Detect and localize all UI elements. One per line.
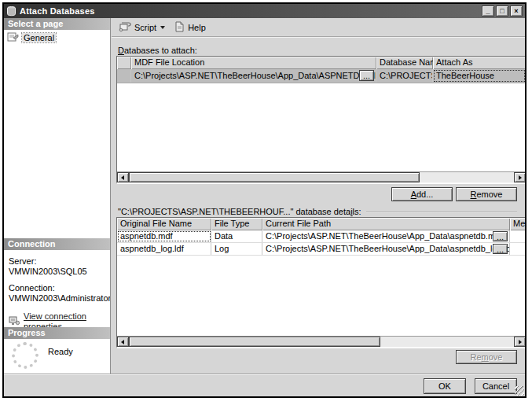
- progress-spinner-icon: [12, 342, 39, 369]
- right-arrow-icon: [519, 175, 522, 180]
- left-arrow-icon: [121, 175, 124, 180]
- table-row[interactable]: aspnetdb_log.ldf Log C:\Projects\ASP.NET…: [117, 243, 526, 256]
- connection-value: VMWIN2003\Administrator: [9, 293, 105, 304]
- column-header-database-name[interactable]: Database Name: [376, 57, 433, 69]
- cancel-button[interactable]: Cancel: [475, 378, 517, 394]
- connection-header: Connection: [4, 238, 110, 250]
- script-icon: [119, 21, 131, 34]
- h-scrollbar[interactable]: [117, 171, 526, 182]
- database-details-grid: Original File Name File Type Current Fil…: [116, 217, 526, 348]
- database-details-label: "C:\PROJECTS\ASP.NET\THEBEERHOUF..." dat…: [118, 207, 361, 216]
- scroll-right-button[interactable]: [514, 172, 526, 182]
- scrollbar-track[interactable]: [380, 337, 514, 347]
- connection-label: Connection:: [9, 283, 105, 293]
- script-button[interactable]: Script: [116, 20, 168, 35]
- h-scrollbar[interactable]: [117, 336, 526, 347]
- column-header-attach-as[interactable]: Attach As: [433, 57, 526, 69]
- cell-database-name[interactable]: C:\PROJECTS...: [376, 69, 433, 83]
- cell-current-file-path[interactable]: C:\Projects\ASP.NET\TheBeerHouse\App_Dat…: [262, 243, 510, 255]
- browse-button[interactable]: ...: [493, 231, 508, 241]
- ok-button[interactable]: OK: [424, 378, 466, 394]
- column-header-file-type[interactable]: File Type: [211, 218, 262, 230]
- separator-line: [366, 212, 517, 213]
- cell-message[interactable]: [510, 230, 526, 242]
- browse-button[interactable]: ...: [493, 244, 508, 254]
- general-page-icon: [7, 32, 19, 43]
- column-header-original-file-name[interactable]: Original File Name: [117, 218, 211, 230]
- scrollbar-track[interactable]: [420, 172, 514, 182]
- table-row[interactable]: aspnetdb.mdf Data C:\Projects\ASP.NET\Th…: [117, 230, 526, 243]
- cell-file-type[interactable]: Data: [211, 230, 262, 242]
- sidebar-item-general[interactable]: General: [4, 30, 110, 43]
- grid-empty-area: [117, 83, 526, 171]
- main-panel: Script Help Databases to attach:: [112, 18, 525, 374]
- scroll-left-button[interactable]: [117, 337, 129, 347]
- table-row[interactable]: C:\Projects\ASP.NET\TheBeerHouse\App_Dat…: [117, 69, 526, 83]
- progress-status: Ready: [48, 347, 73, 356]
- grid-empty-area: [117, 256, 526, 336]
- left-arrow-icon: [121, 340, 124, 344]
- scrollbar-thumb[interactable]: [129, 337, 380, 347]
- add-button[interactable]: Add...: [391, 187, 453, 201]
- cell-current-file-path[interactable]: C:\Projects\ASP.NET\TheBeerHouse\App_Dat…: [262, 230, 510, 242]
- grid-header-row: Original File Name File Type Current Fil…: [117, 218, 526, 230]
- grid-header-row: MDF File Location Database Name Attach A…: [117, 57, 526, 69]
- select-a-page-header: Select a page: [4, 18, 110, 30]
- scroll-left-button[interactable]: [117, 172, 129, 182]
- remove-details-button: Remove: [456, 350, 517, 364]
- minimize-button[interactable]: _: [482, 6, 494, 17]
- footer: OK Cancel: [4, 374, 525, 396]
- chevron-down-icon: [160, 26, 165, 29]
- databases-to-attach-grid: MDF File Location Database Name Attach A…: [116, 56, 526, 183]
- cell-message[interactable]: [510, 243, 526, 255]
- help-button[interactable]: Help: [171, 20, 209, 35]
- cell-file-type[interactable]: Log: [211, 243, 262, 255]
- attach-databases-dialog: Attach Databases _ □ × Select a page Gen…: [2, 2, 526, 398]
- progress-header: Progress: [4, 327, 110, 339]
- title-bar[interactable]: Attach Databases _ □ ×: [4, 4, 525, 18]
- cell-original-file-name[interactable]: aspnetdb_log.ldf: [117, 243, 211, 255]
- scrollbar-thumb[interactable]: [129, 172, 420, 182]
- sidebar-item-label: General: [22, 33, 56, 42]
- window-title: Attach Databases: [20, 6, 480, 16]
- databases-to-attach-label: Databases to attach:: [118, 46, 197, 55]
- close-button[interactable]: ×: [510, 6, 523, 17]
- server-label: Server:: [9, 256, 105, 267]
- database-icon: [6, 6, 17, 17]
- cell-mdf-file-location[interactable]: C:\Projects\ASP.NET\TheBeerHouse\App_Dat…: [131, 69, 376, 83]
- column-header-mdf-file-location[interactable]: MDF File Location: [131, 57, 376, 69]
- row-indicator-cell: [117, 69, 131, 83]
- column-header-current-file-path[interactable]: Current File Path: [262, 218, 510, 230]
- resize-grip[interactable]: [515, 386, 524, 396]
- progress-pane: Ready: [4, 339, 110, 377]
- right-arrow-icon: [519, 340, 522, 344]
- view-connection-properties-link[interactable]: View connection properties: [24, 311, 105, 327]
- cell-original-file-name[interactable]: aspnetdb.mdf: [117, 230, 211, 242]
- help-icon: [174, 21, 185, 34]
- scroll-right-button[interactable]: [514, 337, 526, 347]
- sidebar: Select a page General Connection Server:…: [4, 18, 111, 374]
- script-label: Script: [134, 23, 156, 32]
- cell-attach-as[interactable]: TheBeerHouse: [433, 69, 526, 83]
- page-list: General: [4, 30, 110, 238]
- remove-button[interactable]: Remove: [456, 187, 517, 201]
- server-value: VMWIN2003\SQL05: [9, 267, 105, 277]
- connection-properties-icon: [9, 316, 20, 328]
- toolbar: Script Help: [112, 18, 525, 37]
- maximize-button[interactable]: □: [496, 6, 508, 17]
- row-indicator-header: [117, 57, 131, 69]
- column-header-message[interactable]: Mess: [510, 218, 526, 230]
- help-label: Help: [188, 23, 206, 32]
- connection-pane: Server: VMWIN2003\SQL05 Connection: VMWI…: [4, 250, 110, 327]
- browse-button[interactable]: ...: [359, 70, 374, 81]
